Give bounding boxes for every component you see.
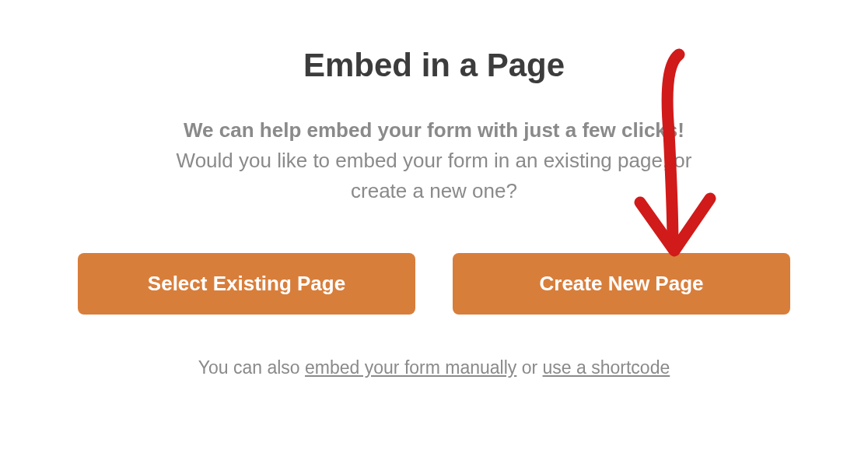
embed-manually-link[interactable]: embed your form manually <box>305 357 516 378</box>
subtitle-line-1: Would you like to embed your form in an … <box>78 146 790 176</box>
embed-dialog: Embed in a Page We can help embed your f… <box>0 0 868 410</box>
dialog-subtitle: We can help embed your form with just a … <box>78 115 790 206</box>
select-existing-page-button[interactable]: Select Existing Page <box>78 253 415 315</box>
footer-prefix: You can also <box>198 357 305 378</box>
footer-text: You can also embed your form manually or… <box>78 357 790 378</box>
button-row: Select Existing Page Create New Page <box>78 253 790 315</box>
subtitle-line-2: create a new one? <box>78 176 790 206</box>
subtitle-bold-line: We can help embed your form with just a … <box>78 115 790 146</box>
footer-mid: or <box>516 357 542 378</box>
use-shortcode-link[interactable]: use a shortcode <box>543 357 670 378</box>
dialog-title: Embed in a Page <box>78 47 790 84</box>
create-new-page-button[interactable]: Create New Page <box>453 253 790 315</box>
